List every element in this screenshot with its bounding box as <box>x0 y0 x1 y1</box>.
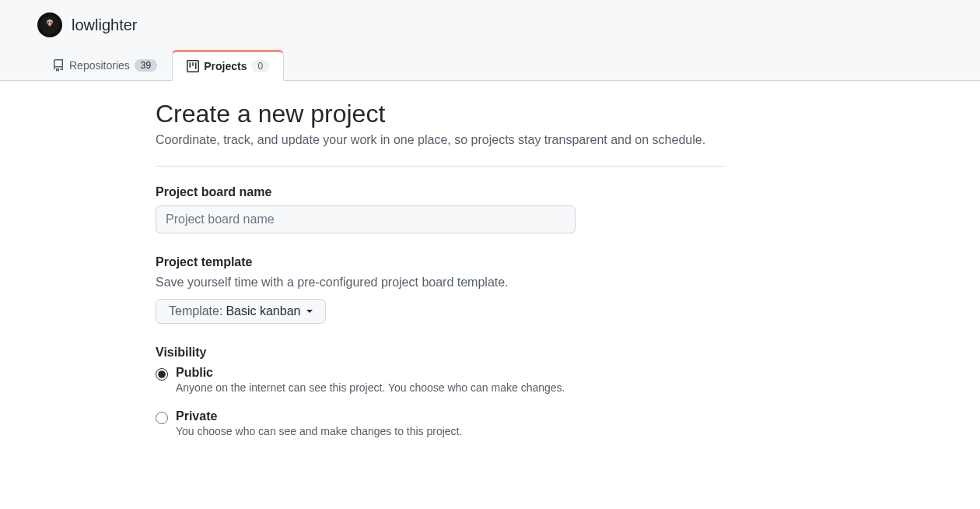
visibility-option-public: Public Anyone on the internet can see th… <box>156 366 725 394</box>
page-subtitle: Coordinate, track, and update your work … <box>156 133 725 147</box>
visibility-public-content: Public Anyone on the internet can see th… <box>176 366 725 394</box>
page-header: lowlighter Repositories 39 Projects 0 <box>0 0 980 81</box>
project-icon <box>187 60 199 72</box>
visibility-label: Visibility <box>156 346 725 360</box>
avatar[interactable] <box>37 12 62 37</box>
template-prefix: Template: <box>169 304 222 318</box>
svg-point-1 <box>47 22 49 23</box>
form-group-visibility: Visibility Public Anyone on the internet… <box>156 346 725 437</box>
username[interactable]: lowlighter <box>72 16 137 34</box>
svg-point-2 <box>51 22 52 23</box>
visibility-private-desc: You choose who can see and make changes … <box>176 425 725 437</box>
tab-projects[interactable]: Projects 0 <box>172 50 284 81</box>
projects-count: 0 <box>251 60 269 72</box>
visibility-option-private: Private You choose who can see and make … <box>156 409 725 437</box>
visibility-private-radio[interactable] <box>156 412 168 424</box>
main-content: Create a new project Coordinate, track, … <box>137 81 744 478</box>
form-group-name: Project board name <box>156 185 725 233</box>
divider <box>156 166 725 167</box>
page-title: Create a new project <box>156 100 725 128</box>
template-hint: Save yourself time with a pre-configured… <box>156 276 725 290</box>
project-name-input[interactable] <box>156 205 576 233</box>
visibility-private-label: Private <box>176 409 725 423</box>
tab-projects-label: Projects <box>204 60 247 72</box>
tab-repositories[interactable]: Repositories 39 <box>37 50 172 80</box>
visibility-public-desc: Anyone on the internet can see this proj… <box>176 381 725 394</box>
avatar-image <box>40 16 59 34</box>
template-label: Project template <box>156 255 725 269</box>
visibility-public-label: Public <box>176 366 725 380</box>
name-label: Project board name <box>156 185 725 199</box>
header-top: lowlighter <box>0 12 980 50</box>
tab-repositories-label: Repositories <box>69 59 130 72</box>
form-group-template: Project template Save yourself time with… <box>156 255 725 324</box>
visibility-private-content: Private You choose who can see and make … <box>176 409 725 437</box>
tab-nav: Repositories 39 Projects 0 <box>0 50 980 80</box>
template-dropdown[interactable]: Template: Basic kanban <box>156 299 326 324</box>
caret-down-icon <box>306 310 313 313</box>
repositories-count: 39 <box>135 59 157 72</box>
repo-icon <box>52 59 65 72</box>
visibility-public-radio[interactable] <box>156 368 168 381</box>
template-value: Basic kanban <box>226 304 300 318</box>
